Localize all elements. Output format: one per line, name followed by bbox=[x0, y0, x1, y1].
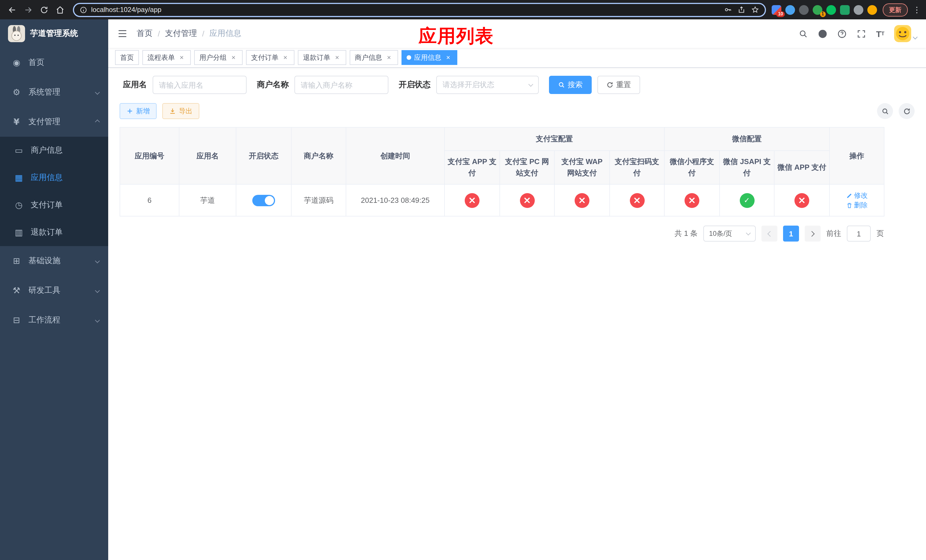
breadcrumb-current: 应用信息 bbox=[210, 29, 242, 39]
tab-user-group[interactable]: 用户分组 × bbox=[194, 50, 243, 65]
tab-close-icon[interactable]: × bbox=[178, 53, 186, 62]
tab-close-icon[interactable]: × bbox=[444, 53, 452, 62]
sidebar-item-payment[interactable]: ¥ 支付管理 bbox=[0, 107, 108, 137]
page-size-value: 10条/页 bbox=[709, 229, 732, 239]
app-name-input[interactable] bbox=[153, 76, 247, 94]
sidebar-item-workflow[interactable]: ⊟ 工作流程 bbox=[0, 305, 108, 335]
col-alipay-app: 支付宝 APP 支付 bbox=[445, 151, 500, 185]
tab-label: 用户分组 bbox=[199, 53, 227, 62]
edit-label: 修改 bbox=[854, 191, 868, 201]
col-app-id: 应用编号 bbox=[120, 127, 179, 185]
bookmark-star-icon[interactable] bbox=[751, 6, 759, 14]
help-icon[interactable] bbox=[837, 29, 847, 38]
extension-icon-8[interactable] bbox=[867, 5, 877, 15]
home-icon[interactable] bbox=[52, 2, 67, 17]
chrome-update-button[interactable]: 更新 bbox=[883, 3, 908, 16]
site-info-icon[interactable] bbox=[80, 6, 87, 14]
forward-icon[interactable] bbox=[21, 2, 35, 17]
status-toggle[interactable] bbox=[252, 195, 275, 206]
chevron-down-icon bbox=[746, 230, 751, 235]
browser-menu-icon[interactable]: ⋮ bbox=[912, 5, 921, 14]
group-wechat-config: 微信配置 bbox=[664, 127, 829, 151]
alipay-pc-status-icon bbox=[520, 193, 534, 208]
back-icon[interactable] bbox=[5, 2, 20, 17]
reload-icon[interactable] bbox=[36, 2, 51, 17]
github-icon[interactable] bbox=[818, 29, 828, 38]
sidebar-item-label: 退款订单 bbox=[31, 227, 63, 238]
toggle-search-button[interactable] bbox=[877, 103, 893, 119]
tab-close-icon[interactable]: × bbox=[281, 53, 289, 62]
extension-icon-5[interactable] bbox=[826, 5, 836, 15]
sidebar-item-pay-order[interactable]: ◷ 支付订单 bbox=[0, 191, 108, 219]
extension-icon-3[interactable] bbox=[799, 5, 809, 15]
sidebar-item-label: 应用信息 bbox=[31, 173, 63, 183]
font-size-icon[interactable]: TT bbox=[876, 29, 884, 38]
search-icon[interactable] bbox=[799, 29, 808, 38]
sidebar-item-refund-order[interactable]: ▥ 退款订单 bbox=[0, 219, 108, 246]
app-header: 首页 / 支付管理 / 应用信息 应用列表 bbox=[108, 20, 926, 48]
search-button[interactable]: 搜索 bbox=[549, 76, 592, 94]
tab-process-form[interactable]: 流程表单 × bbox=[142, 50, 191, 65]
reset-button[interactable]: 重置 bbox=[598, 76, 640, 94]
grid-icon: ▦ bbox=[14, 173, 24, 183]
tab-label: 流程表单 bbox=[147, 53, 175, 62]
next-page-button[interactable] bbox=[805, 226, 821, 242]
status-select[interactable]: 请选择开启状态 bbox=[436, 76, 539, 94]
extension-icon-4[interactable]: 1 bbox=[813, 5, 822, 15]
delete-button[interactable]: 删除 bbox=[846, 201, 868, 210]
goto-page-input[interactable] bbox=[847, 226, 871, 242]
tab-app-info[interactable]: 应用信息 × bbox=[401, 50, 457, 65]
page-size-select[interactable]: 10条/页 bbox=[703, 226, 756, 242]
download-icon bbox=[169, 107, 176, 115]
sidebar-item-app-info[interactable]: ▦ 应用信息 bbox=[0, 164, 108, 191]
edit-button[interactable]: 修改 bbox=[846, 191, 868, 201]
export-button[interactable]: 导出 bbox=[162, 103, 199, 119]
col-actions: 操作 bbox=[829, 127, 884, 185]
tab-refund-order[interactable]: 退款订单 × bbox=[298, 50, 346, 65]
refresh-table-button[interactable] bbox=[899, 103, 915, 119]
tab-close-icon[interactable]: × bbox=[385, 53, 393, 62]
tab-pay-order[interactable]: 支付订单 × bbox=[246, 50, 294, 65]
cell-app-id: 6 bbox=[120, 185, 179, 216]
refresh-icon bbox=[903, 107, 910, 115]
yen-icon: ¥ bbox=[11, 117, 22, 127]
breadcrumb-payment[interactable]: 支付管理 bbox=[165, 29, 197, 39]
prev-page-button[interactable] bbox=[761, 226, 777, 242]
user-menu[interactable] bbox=[894, 25, 917, 42]
sidebar-fold-icon[interactable] bbox=[117, 29, 127, 39]
tab-home[interactable]: 首页 bbox=[115, 50, 139, 65]
address-bar[interactable]: localhost:1024/pay/app bbox=[73, 3, 766, 17]
extension-icon-2[interactable] bbox=[785, 5, 795, 15]
goto-unit-label: 页 bbox=[876, 229, 884, 239]
col-wx-jsapi: 微信 JSAPI 支付 bbox=[720, 151, 774, 185]
cell-created: 2021-10-23 08:49:25 bbox=[346, 185, 445, 216]
sidebar-item-home[interactable]: ◉ 首页 bbox=[0, 48, 108, 77]
sidebar-item-label: 研发工具 bbox=[29, 285, 61, 296]
tab-close-icon[interactable]: × bbox=[230, 53, 238, 62]
sidebar-item-infra[interactable]: ⊞ 基础设施 bbox=[0, 246, 108, 276]
table-row: 6 芋道 芋道源码 2021-10-23 08:49:25 bbox=[120, 185, 884, 216]
app-table: 应用编号 应用名 开启状态 商户名称 创建时间 支付宝配置 微信配置 操作 支付… bbox=[120, 127, 884, 217]
extension-icon-6[interactable] bbox=[840, 5, 850, 15]
merchant-name-input[interactable] bbox=[294, 76, 388, 94]
tab-label: 支付订单 bbox=[251, 53, 278, 62]
password-key-icon[interactable] bbox=[724, 6, 732, 14]
chevron-down-icon bbox=[95, 90, 100, 95]
breadcrumb: 首页 / 支付管理 / 应用信息 bbox=[137, 29, 242, 39]
fullscreen-icon[interactable] bbox=[857, 29, 867, 38]
extension-icon-1[interactable]: 10 bbox=[772, 5, 781, 15]
breadcrumb-home[interactable]: 首页 bbox=[137, 29, 153, 39]
sidebar-item-merchant-info[interactable]: ▭ 商户信息 bbox=[0, 137, 108, 164]
col-alipay-qr: 支付宝扫码支付 bbox=[610, 151, 664, 185]
extension-icon-7[interactable] bbox=[854, 5, 863, 15]
page-number-button[interactable]: 1 bbox=[783, 226, 799, 242]
col-wx-mini: 微信小程序支付 bbox=[664, 151, 720, 185]
tab-close-icon[interactable]: × bbox=[333, 53, 341, 62]
add-button[interactable]: 新增 bbox=[120, 103, 157, 119]
sidebar-item-dev-tools[interactable]: ⚒ 研发工具 bbox=[0, 276, 108, 305]
sidebar-item-system[interactable]: ⚙ 系统管理 bbox=[0, 77, 108, 107]
tab-label: 退款订单 bbox=[303, 53, 330, 62]
page-title: 应用列表 bbox=[419, 24, 494, 49]
share-icon[interactable] bbox=[737, 6, 746, 14]
tab-merchant-info[interactable]: 商户信息 × bbox=[350, 50, 398, 65]
